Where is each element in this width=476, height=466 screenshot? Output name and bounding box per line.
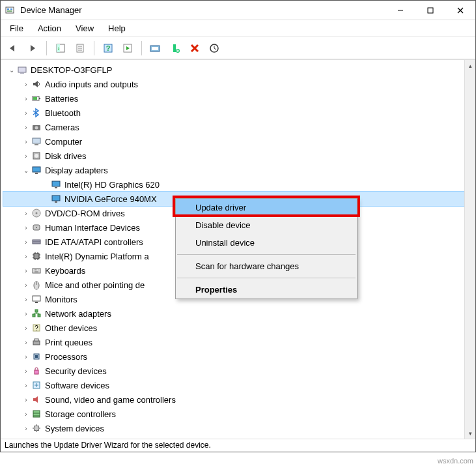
expand-icon[interactable]: ⌄ <box>7 66 16 74</box>
svg-rect-35 <box>52 181 60 186</box>
expand-icon[interactable]: › <box>21 124 31 131</box>
tree-category[interactable]: ›Network adapters <box>3 306 464 321</box>
tree-label: Bluetooth <box>45 108 81 118</box>
minimize-button[interactable] <box>385 1 415 20</box>
bluetooth-icon <box>31 107 42 119</box>
expand-icon[interactable]: › <box>21 396 31 403</box>
tree-root[interactable]: ⌄DESKTOP-O3FGFLP <box>3 63 464 77</box>
tree-label: Audio inputs and outputs <box>45 80 138 89</box>
expand-icon[interactable]: › <box>21 339 31 346</box>
svg-rect-1 <box>7 8 9 10</box>
speaker-icon <box>31 78 42 90</box>
tree-category[interactable]: ›Cameras <box>3 120 464 134</box>
properties-button[interactable] <box>72 40 89 57</box>
tree-category[interactable]: ›Disk drives <box>3 149 464 163</box>
svg-rect-33 <box>33 167 40 172</box>
tree-label: Batteries <box>45 94 78 104</box>
update-driver-button[interactable] <box>206 40 223 57</box>
tree-category[interactable]: ›Print queues <box>3 335 464 349</box>
expand-icon[interactable]: › <box>21 239 31 246</box>
expand-icon[interactable]: › <box>21 109 31 117</box>
menu-help[interactable]: Help <box>102 22 132 35</box>
expand-icon[interactable]: › <box>21 425 31 432</box>
svg-rect-38 <box>55 201 57 203</box>
tree-category[interactable]: ›Computer <box>3 134 464 149</box>
expand-icon[interactable]: › <box>21 282 31 289</box>
tree-label: Human Interface Devices <box>45 223 140 233</box>
svg-rect-36 <box>55 187 57 188</box>
forward-button[interactable] <box>24 40 41 57</box>
security-icon <box>31 365 42 377</box>
tree-category[interactable]: ›?Other devices <box>3 321 464 335</box>
expand-icon[interactable]: › <box>21 382 31 389</box>
tree-category[interactable]: ›Audio inputs and outputs <box>3 77 464 91</box>
expand-icon[interactable]: › <box>21 325 31 332</box>
expand-icon[interactable]: › <box>21 253 31 260</box>
expand-icon[interactable]: › <box>21 224 31 231</box>
tree-label: DVD/CD-ROM drives <box>45 209 125 218</box>
display-icon <box>50 179 62 190</box>
scroll-up-button[interactable]: ▴ <box>465 60 475 71</box>
expand-icon[interactable]: › <box>21 153 31 160</box>
expand-icon[interactable]: › <box>21 411 31 418</box>
expand-icon[interactable]: ⌄ <box>21 167 31 174</box>
tree-category[interactable]: ›Batteries <box>3 91 464 106</box>
svg-rect-50 <box>35 302 38 303</box>
vertical-scrollbar[interactable]: ▴ ▾ <box>464 60 475 439</box>
scan-hardware-button[interactable] <box>147 40 164 57</box>
expand-icon[interactable]: › <box>21 81 31 88</box>
tree-category[interactable]: ⌄Display adapters <box>3 163 464 177</box>
tree-label: Processors <box>45 352 87 362</box>
window-title: Device Manager <box>19 5 385 15</box>
menu-view[interactable]: View <box>69 22 100 35</box>
svg-rect-2 <box>10 8 12 10</box>
expand-icon[interactable]: › <box>21 296 31 303</box>
tree-label: Print queues <box>45 338 92 347</box>
expand-icon[interactable]: › <box>21 368 31 375</box>
scroll-down-button[interactable]: ▾ <box>465 428 475 439</box>
tree-category[interactable]: ›Software devices <box>3 378 464 392</box>
context-menu-item[interactable]: Properties <box>176 281 357 299</box>
tree-label: Network adapters <box>45 309 111 319</box>
software-icon <box>31 379 42 391</box>
svg-rect-26 <box>33 97 37 100</box>
close-button[interactable] <box>445 1 475 20</box>
tree-category[interactable]: ›Bluetooth <box>3 106 464 120</box>
tree-category[interactable]: ›Sound, video and game controllers <box>3 392 464 407</box>
context-menu-item[interactable]: Scan for hardware changes <box>176 257 357 275</box>
tree-category[interactable]: ›Storage controllers <box>3 407 464 421</box>
title-bar: Device Manager <box>1 1 475 20</box>
action-button[interactable] <box>119 40 136 57</box>
add-hardware-button[interactable] <box>167 40 184 57</box>
svg-point-40 <box>36 212 38 214</box>
expand-icon[interactable]: › <box>21 310 31 317</box>
context-menu-item[interactable]: Uninstall device <box>176 234 357 252</box>
maximize-button[interactable] <box>415 1 445 20</box>
back-button[interactable] <box>5 40 21 57</box>
context-menu-item[interactable]: Update driver <box>176 199 357 216</box>
tree-device[interactable]: Intel(R) HD Graphics 620 <box>3 177 464 192</box>
tree-category[interactable]: ›System devices <box>3 421 464 435</box>
tree-label: Security devices <box>45 366 107 376</box>
svg-rect-59 <box>35 355 38 358</box>
expand-icon[interactable]: › <box>21 210 31 217</box>
help-button[interactable]: ? <box>100 40 117 57</box>
svg-rect-37 <box>52 196 60 201</box>
expand-icon[interactable]: › <box>21 138 31 145</box>
menu-action[interactable]: Action <box>31 22 68 35</box>
svg-rect-22 <box>18 67 26 72</box>
uninstall-button[interactable] <box>186 40 203 57</box>
expand-icon[interactable]: › <box>21 353 31 360</box>
svg-point-28 <box>35 126 38 130</box>
expand-icon[interactable]: › <box>21 95 31 102</box>
other-icon: ? <box>31 322 42 334</box>
svg-text:?: ? <box>106 44 111 52</box>
tree-category[interactable]: ›Security devices <box>3 364 464 378</box>
show-hide-console-button[interactable] <box>52 40 69 57</box>
tree-category[interactable]: ›Processors <box>3 349 464 364</box>
hid-icon <box>31 222 42 233</box>
display-icon <box>50 193 62 205</box>
menu-file[interactable]: File <box>3 22 30 35</box>
context-menu-item[interactable]: Disable device <box>176 216 357 234</box>
expand-icon[interactable]: › <box>21 267 31 274</box>
